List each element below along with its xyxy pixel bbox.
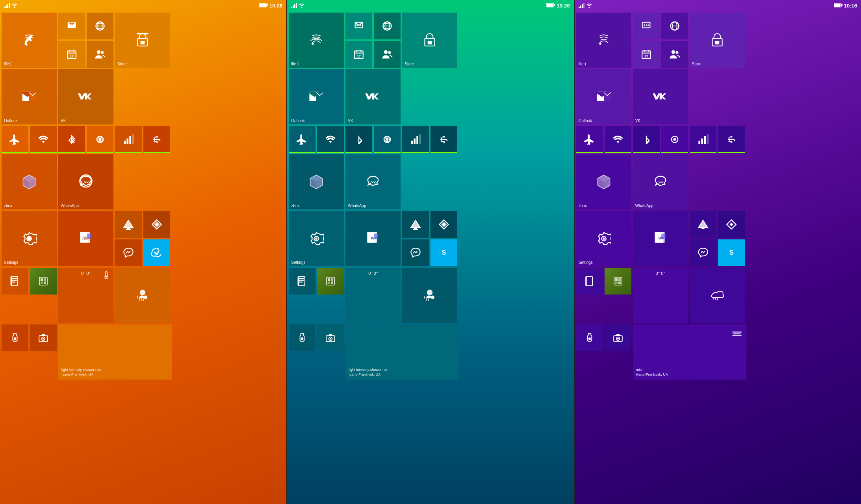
tile-wp-teal[interactable]: WP bbox=[345, 211, 401, 266]
tile-camera-quick-teal[interactable] bbox=[374, 126, 401, 153]
tile-settings-teal[interactable]: Settings bbox=[289, 211, 344, 266]
tile-minecraft-purple[interactable] bbox=[605, 268, 631, 295]
tile-outlook-purple[interactable]: Outlook bbox=[576, 69, 631, 124]
tile-camera-quick-purple[interactable] bbox=[661, 126, 688, 153]
tile-picsart-teal[interactable] bbox=[430, 211, 457, 238]
tile-camera-quick[interactable] bbox=[87, 126, 113, 153]
tile-airplane-purple[interactable] bbox=[576, 126, 603, 153]
tile-settings-purple[interactable]: Settings bbox=[576, 211, 631, 266]
tile-wp-purple[interactable]: WP bbox=[633, 211, 688, 266]
tile-flashlight-teal[interactable] bbox=[289, 324, 315, 351]
tile-weather-text-teal[interactable]: light intensity shower rain Ivano-Franki… bbox=[345, 324, 459, 380]
weather-icon-teal bbox=[423, 288, 437, 302]
tile-wp[interactable]: WP bbox=[58, 211, 113, 266]
camera-quick-purple bbox=[669, 134, 680, 145]
tile-cam2-purple[interactable] bbox=[605, 324, 631, 351]
tile-airplane[interactable] bbox=[2, 126, 28, 153]
tile-messenger-teal[interactable] bbox=[402, 239, 429, 266]
status-left-purple bbox=[579, 2, 592, 9]
tile-bluetooth-teal[interactable] bbox=[345, 126, 372, 153]
tile-cam2-teal[interactable] bbox=[317, 324, 344, 351]
settings-icon-teal bbox=[309, 231, 324, 246]
tile-zbox-purple[interactable]: zbox bbox=[576, 154, 631, 209]
tile-signal[interactable] bbox=[115, 126, 142, 153]
tile-skype[interactable]: S bbox=[143, 239, 170, 266]
tile-wifi-teal[interactable] bbox=[317, 126, 344, 153]
tile-minecraft[interactable] bbox=[30, 268, 57, 295]
tile-wifi-purple[interactable] bbox=[605, 126, 631, 153]
tile-vlc[interactable] bbox=[115, 211, 142, 238]
tile-vk[interactable]: VK bbox=[58, 69, 113, 124]
tile-settings[interactable]: Settings bbox=[2, 211, 57, 266]
tile-picsart[interactable] bbox=[143, 211, 170, 238]
tile-weather-text[interactable]: light intensity shower rain Ivano-Franki… bbox=[58, 324, 172, 380]
tile-ie-teal[interactable] bbox=[374, 13, 401, 39]
tile-share[interactable] bbox=[143, 126, 170, 153]
tile-zbox[interactable]: zbox bbox=[2, 154, 57, 209]
vlc-icon-teal bbox=[410, 219, 421, 230]
tile-temperature[interactable]: 0° 0° bbox=[58, 268, 113, 323]
tile-store-purple[interactable]: Store bbox=[690, 13, 745, 68]
tile-life[interactable]: life:) bbox=[2, 13, 57, 68]
tile-skype-purple[interactable]: S bbox=[718, 239, 745, 266]
tile-temperature-purple[interactable]: 0° 0° bbox=[633, 268, 688, 323]
tile-weather-purple[interactable] bbox=[690, 268, 745, 323]
tile-life-purple[interactable]: life:) bbox=[576, 13, 631, 68]
svg-rect-53 bbox=[11, 276, 18, 285]
tile-whatsapp-purple[interactable]: WhatsApp bbox=[633, 154, 688, 209]
tile-outlook[interactable]: Outlook bbox=[2, 69, 57, 124]
tile-cam2[interactable] bbox=[30, 324, 57, 351]
tile-book-purple[interactable] bbox=[576, 268, 603, 295]
tile-whatsapp-teal[interactable]: WhatsApp bbox=[345, 154, 401, 209]
tile-bluetooth[interactable] bbox=[58, 126, 85, 153]
tile-skype-teal[interactable]: S bbox=[430, 239, 457, 266]
tile-weather-text-purple[interactable]: mist Ivano-Frankivsk, UA bbox=[633, 324, 746, 380]
tile-store-teal[interactable]: Store bbox=[402, 13, 457, 68]
flashlight-icon-teal bbox=[297, 333, 307, 343]
tile-vlc-teal[interactable] bbox=[402, 211, 429, 238]
tile-bluetooth-purple[interactable] bbox=[633, 126, 660, 153]
tile-weather[interactable] bbox=[115, 268, 170, 323]
tile-wifi[interactable] bbox=[30, 126, 57, 153]
tile-vlc-purple[interactable] bbox=[690, 211, 716, 238]
tile-book[interactable] bbox=[2, 268, 28, 295]
tile-share-teal[interactable] bbox=[430, 126, 457, 153]
tile-people-teal[interactable] bbox=[374, 41, 401, 68]
tile-share-purple[interactable] bbox=[718, 126, 745, 153]
tile-airplane-teal[interactable] bbox=[289, 126, 315, 153]
tile-message-teal[interactable] bbox=[345, 13, 372, 39]
skype-icon: S bbox=[151, 247, 162, 258]
tile-book-teal[interactable] bbox=[289, 268, 315, 295]
tile-minecraft-teal[interactable] bbox=[317, 268, 344, 295]
tile-life-teal[interactable]: life:) bbox=[289, 13, 344, 68]
tile-ie[interactable] bbox=[87, 13, 113, 39]
tile-messenger-purple[interactable] bbox=[690, 239, 716, 266]
tile-row-7: light intensity shower rain Ivano-Franki… bbox=[2, 324, 285, 380]
tile-vk-teal[interactable]: VK bbox=[345, 69, 401, 124]
tile-flashlight-purple[interactable] bbox=[576, 324, 603, 351]
svg-marker-165 bbox=[727, 141, 732, 143]
tile-flashlight[interactable] bbox=[2, 324, 28, 351]
tile-temperature-teal[interactable]: 0° 0° bbox=[345, 268, 401, 323]
tile-calendar[interactable]: 17 bbox=[58, 41, 85, 68]
tile-message-purple[interactable] bbox=[633, 13, 660, 39]
tile-store[interactable]: Store bbox=[115, 13, 170, 68]
tile-people[interactable] bbox=[87, 41, 113, 68]
tile-ie-purple[interactable] bbox=[661, 13, 688, 39]
tile-outlook-teal[interactable]: Outlook bbox=[289, 69, 344, 124]
tile-whatsapp-label-teal: WhatsApp bbox=[348, 204, 366, 208]
svg-rect-115 bbox=[413, 229, 418, 230]
tile-messenger[interactable] bbox=[115, 239, 142, 266]
tile-signal-teal[interactable] bbox=[402, 126, 429, 153]
tile-picsart-purple[interactable] bbox=[718, 211, 745, 238]
tile-people-purple[interactable] bbox=[661, 41, 688, 68]
tile-vk-purple[interactable]: VK bbox=[633, 69, 688, 124]
tile-weather-teal[interactable] bbox=[402, 268, 457, 323]
tile-whatsapp[interactable]: WhatsApp bbox=[58, 154, 113, 209]
tile-calendar-teal[interactable]: 17 bbox=[345, 41, 372, 68]
tile-signal-purple[interactable] bbox=[690, 126, 716, 153]
tile-message[interactable] bbox=[58, 13, 85, 39]
ie-icon bbox=[95, 20, 106, 32]
tile-zbox-teal[interactable]: zbox bbox=[289, 154, 344, 209]
tile-calendar-purple[interactable]: 17 bbox=[633, 41, 660, 68]
